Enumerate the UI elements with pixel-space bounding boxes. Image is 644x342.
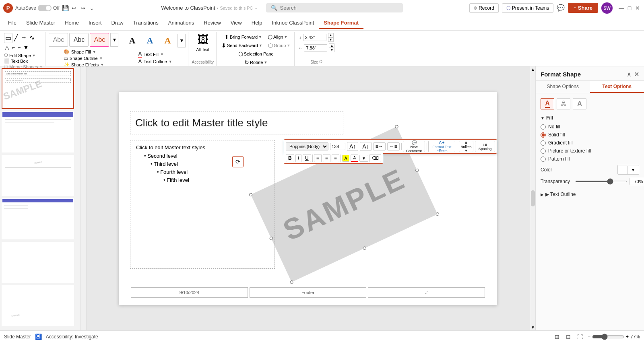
font-color-btn[interactable]: A <box>351 155 358 162</box>
bold-btn[interactable]: B <box>286 154 294 162</box>
tab-file[interactable]: File <box>3 17 21 29</box>
style-box-1[interactable]: Abc <box>49 33 68 47</box>
tab-animations[interactable]: Animations <box>163 17 199 29</box>
rect-shape-icon[interactable]: ▭ <box>4 33 12 43</box>
resize-handle-br[interactable] <box>436 212 440 216</box>
bracket-shape-icon[interactable]: ⌐ <box>11 43 16 52</box>
picture-fill-radio[interactable] <box>541 148 546 154</box>
text-box-btn[interactable]: ⬜ Text Box <box>4 58 43 64</box>
color-picker-btn[interactable]: ▼ <box>627 165 639 174</box>
text-fill-btn[interactable]: A Text Fill ▼ <box>138 51 172 58</box>
more-styles-btn[interactable]: ▼ <box>110 33 118 47</box>
maximize-button[interactable]: □ <box>626 5 633 11</box>
slide-thumb-4[interactable]: 4 <box>2 198 74 239</box>
search-input[interactable] <box>280 5 392 11</box>
increase-indent-btn[interactable]: ≡→ <box>373 142 386 150</box>
text-outline-btn[interactable]: A Text Outline ▼ <box>138 58 172 64</box>
shape-outline-btn[interactable]: ▭ Shape Outline ▼ <box>64 56 104 61</box>
width-up-btn[interactable]: ▲ <box>329 43 334 48</box>
tab-view[interactable]: View <box>226 17 247 29</box>
highlight-btn[interactable]: A <box>342 155 350 162</box>
curve-shape-icon[interactable]: ∿ <box>29 33 35 43</box>
font-family-select[interactable]: Poppins (Body) <box>286 142 328 150</box>
footer-page-box[interactable]: # <box>368 287 485 298</box>
style-box-3[interactable]: Abc <box>90 33 109 47</box>
bullets-btn[interactable]: ≡ Bullets ▼ <box>459 141 473 152</box>
zoom-out-btn[interactable]: − <box>588 334 590 340</box>
solid-fill-option[interactable]: Solid fill <box>541 132 639 138</box>
font-color-more-btn[interactable]: ▼ <box>359 155 368 162</box>
italic-btn[interactable]: I <box>295 154 301 162</box>
clear-format-btn[interactable]: ⌫ <box>369 154 381 162</box>
teams-button[interactable]: ⬡ Present in Teams <box>502 3 554 13</box>
gradient-fill-option[interactable]: Gradient fill <box>541 140 639 146</box>
autosave-toggle[interactable] <box>38 5 52 11</box>
line-shape-icon[interactable]: ╱ <box>13 33 19 43</box>
customize-button[interactable]: ⌄ <box>89 5 95 11</box>
footer-text-box[interactable]: Footer <box>250 287 367 298</box>
text-outline-section[interactable]: ▶ ▶ Text Outline <box>541 189 639 200</box>
color-picker-area[interactable]: ▼ <box>617 165 639 175</box>
user-avatar[interactable]: SW <box>601 2 613 14</box>
tab-shape-format[interactable]: Shape Format <box>319 17 363 29</box>
height-down-btn[interactable]: ▼ <box>328 37 334 42</box>
tab-slide-master[interactable]: Slide Master <box>21 17 60 29</box>
send-backward-btn[interactable]: ⬇ Send Backward ▼ <box>220 41 264 49</box>
scrollbar-v[interactable]: ▲ ▼ <box>530 66 535 330</box>
chat-icon[interactable]: 💬 <box>557 4 565 12</box>
tab-text-options[interactable]: Text Options <box>590 81 644 93</box>
rotate-btn[interactable]: ↻ Rotate ▼ <box>243 58 269 66</box>
line-spacing-btn[interactable]: ↕≡ Spacing <box>475 141 495 152</box>
wordart-letter-black[interactable]: A <box>124 33 140 48</box>
minimize-button[interactable]: — <box>618 5 625 11</box>
font-size-input[interactable] <box>330 143 345 150</box>
slide-thumb-2[interactable]: 2 <box>2 111 74 152</box>
edit-shape-btn[interactable]: ⬡ Edit Shape ▼ <box>4 53 43 58</box>
more-shapes-icon[interactable]: ▼ <box>22 43 29 52</box>
footer-date-box[interactable]: 9/10/2024 <box>131 287 248 298</box>
slide-content-box[interactable]: Click to edit Master text styles • Secon… <box>130 140 275 269</box>
record-button[interactable]: Record <box>469 3 499 13</box>
save-button[interactable]: 💾 <box>62 5 68 11</box>
width-input[interactable] <box>304 44 327 52</box>
transparency-slider[interactable] <box>575 181 627 182</box>
tab-draw[interactable]: Draw <box>106 17 128 29</box>
bring-forward-btn[interactable]: ⬆ Bring Forward ▼ <box>223 33 264 41</box>
share-button[interactable]: ↑ Share <box>568 3 598 13</box>
align-left-btn[interactable]: ≡ <box>314 154 322 162</box>
triangle-shape-icon[interactable]: △ <box>4 43 10 52</box>
resize-handle-bc[interactable] <box>362 246 367 250</box>
resize-handle-tr[interactable] <box>394 124 399 129</box>
more-wordart-btn[interactable]: ▼ <box>178 34 186 47</box>
transparency-value-input[interactable] <box>630 178 644 185</box>
text-effects-icon-btn[interactable]: A <box>573 98 586 109</box>
new-comment-area[interactable]: 💬 New Comment <box>403 141 425 152</box>
search-bar[interactable]: 🔍 <box>266 3 403 12</box>
picture-fill-option[interactable]: Picture or texture fill <box>541 148 639 154</box>
text-fill-icon-btn[interactable]: A <box>541 98 554 109</box>
undo-button[interactable]: ↩ <box>71 5 77 11</box>
close-button[interactable]: ✕ <box>634 5 641 11</box>
style-box-2[interactable]: Abc <box>69 33 89 47</box>
resize-handle-mr[interactable] <box>415 168 419 173</box>
wordart-letter-blue[interactable]: A <box>142 33 157 48</box>
group-btn[interactable]: ⬡ Group ▼ <box>266 41 292 49</box>
no-fill-option[interactable]: No fill <box>541 124 639 130</box>
width-down-btn[interactable]: ▼ <box>329 48 334 52</box>
tab-insert[interactable]: Insert <box>84 17 107 29</box>
slide-title-box[interactable]: Click to edit Master title style <box>130 111 343 134</box>
view-grid-btn[interactable]: ⊟ <box>564 333 572 341</box>
tab-help[interactable]: Help <box>247 17 267 29</box>
font-shrink-btn[interactable]: A↓ <box>360 142 371 151</box>
zoom-slider[interactable] <box>592 334 624 340</box>
font-grow-btn[interactable]: A↑ <box>347 142 358 151</box>
selection-pane-btn[interactable]: ⬡ Selection Pane <box>237 50 275 58</box>
align-right-btn[interactable]: ≡ <box>332 154 339 162</box>
format-text-btn[interactable]: A✦ Format Text Effects <box>428 141 455 152</box>
resize-handle-bl[interactable] <box>289 280 294 284</box>
tab-inknoe[interactable]: Inknoe ClassPoint <box>267 17 319 29</box>
scrollbar-thumb[interactable] <box>531 190 535 206</box>
slide-thumb-1[interactable]: 1 Click to edit Master title Click to ed… <box>2 68 74 109</box>
alt-text-icon[interactable]: 🖼 <box>197 33 208 46</box>
fill-title[interactable]: ▼ Fill <box>541 115 639 121</box>
